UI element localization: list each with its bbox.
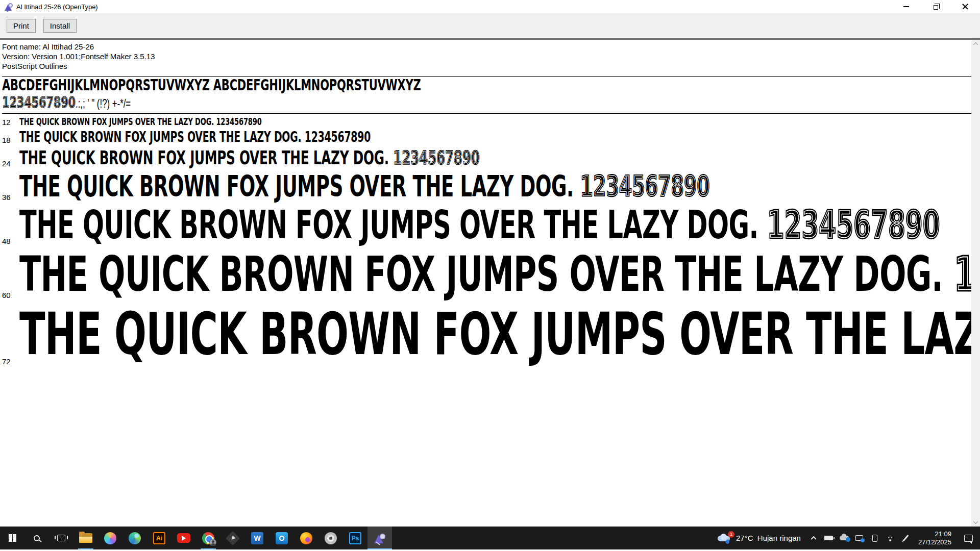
network-tray-button[interactable] xyxy=(883,527,898,549)
outlook-icon: O xyxy=(276,532,288,544)
inkscape-button[interactable] xyxy=(220,527,245,549)
illustrator-icon: Ai xyxy=(153,532,165,544)
phone-icon xyxy=(872,535,877,542)
close-button[interactable] xyxy=(950,0,980,13)
scroll-down-button[interactable] xyxy=(971,518,980,527)
size-label: 18 xyxy=(2,136,19,146)
edge-button[interactable] xyxy=(122,527,147,549)
taskbar-search-button[interactable] xyxy=(24,527,49,549)
notification-icon xyxy=(964,535,973,542)
onedrive-tray-button[interactable] xyxy=(837,527,852,549)
edge-icon xyxy=(129,532,141,544)
show-hidden-icons-button[interactable] xyxy=(806,527,821,549)
firefox-icon xyxy=(300,532,312,544)
task-view-icon xyxy=(57,535,65,541)
clock-date: 27/12/2025 xyxy=(918,538,951,546)
pen-icon xyxy=(902,535,909,541)
start-button[interactable] xyxy=(0,527,24,549)
clock-time: 21:09 xyxy=(935,530,951,538)
font-viewer-taskbar-button[interactable] xyxy=(368,527,392,549)
disc-app-button[interactable] xyxy=(318,527,343,549)
windows-logo-icon xyxy=(9,534,16,542)
preview-row-36: 36 THE QUICK BROWN FOX JUMPS OVER THE LA… xyxy=(2,169,971,203)
divider xyxy=(2,113,971,114)
chevron-up-icon xyxy=(811,536,816,541)
vertical-scrollbar[interactable] xyxy=(971,40,980,527)
size-label: 36 xyxy=(2,193,19,203)
install-button[interactable]: Install xyxy=(43,19,77,33)
search-icon xyxy=(34,535,40,541)
window-controls xyxy=(891,0,980,13)
word-button[interactable]: W xyxy=(245,527,270,549)
youtube-button[interactable] xyxy=(172,527,196,549)
preview-row-48: 48 THE QUICK BROWN FOX JUMPS OVER THE LA… xyxy=(2,203,971,247)
chevron-down-icon xyxy=(973,519,978,524)
size-label: 24 xyxy=(2,159,19,169)
battery-tray-button[interactable] xyxy=(821,527,837,549)
phone-link-tray-button[interactable] xyxy=(867,527,883,549)
font-version-line: Version: Version 1.001;Fontself Maker 3.… xyxy=(2,52,971,61)
title-bar: Al Ittihad 25-26 (OpenType) xyxy=(0,0,980,13)
sample-text: THE QUICK BROWN FOX JUMPS OVER THE LAZY … xyxy=(19,203,940,247)
font-preview-scrollpane: Font name: Al Ittihad 25-26 Version: Ver… xyxy=(0,40,971,527)
font-name-line: Font name: Al Ittihad 25-26 xyxy=(2,42,971,52)
size-label: 60 xyxy=(2,291,19,301)
photoshop-icon: Ps xyxy=(349,532,361,544)
disc-icon xyxy=(325,532,337,544)
toolbar: Print Install xyxy=(0,13,980,40)
font-preview-area: Font name: Al Ittihad 25-26 Version: Ver… xyxy=(0,40,980,527)
sample-text: THE QUICK BROWN FOX JUMPS OVER THE LAZY … xyxy=(19,128,371,146)
running-indicator xyxy=(78,548,93,550)
outlook-button[interactable]: O xyxy=(270,527,294,549)
active-indicator xyxy=(368,548,392,550)
preview-row-18: 18 THE QUICK BROWN FOX JUMPS OVER THE LA… xyxy=(2,128,971,146)
copilot-button[interactable] xyxy=(98,527,122,549)
sample-text: THE QUICK BROWN FOX JUMPS OVER THE LAZY … xyxy=(19,169,709,203)
print-button[interactable]: Print xyxy=(7,19,36,33)
chrome-button[interactable] xyxy=(196,527,220,549)
charset-symbols: .:,; ' " (!?) +-*/= xyxy=(76,96,131,110)
chrome-icon xyxy=(202,532,214,544)
profile-avatar xyxy=(209,539,216,546)
task-view-button[interactable] xyxy=(49,527,74,549)
sample-text: THE QUICK BROWN FOX JUMPS OVER THE LAZY … xyxy=(19,115,262,128)
weather-widget[interactable]: 1 27°C Hujan ringan xyxy=(713,527,806,549)
chevron-up-icon xyxy=(973,42,978,47)
pen-tray-button[interactable] xyxy=(898,527,913,549)
restore-icon xyxy=(934,5,938,10)
notification-badge: 1 xyxy=(728,531,734,538)
photoshop-button[interactable]: Ps xyxy=(343,527,368,549)
font-viewer-app-icon xyxy=(4,3,13,11)
minimize-icon xyxy=(903,6,909,7)
display-cast-tray-button[interactable] xyxy=(852,527,867,549)
restore-button[interactable] xyxy=(921,0,950,13)
preview-row-72: 72 THE QUICK BROWN FOX JUMPS OVER THE LA… xyxy=(2,301,971,367)
file-explorer-button[interactable] xyxy=(74,527,98,549)
clock-widget[interactable]: 21:09 27/12/2025 xyxy=(913,527,957,549)
running-indicator xyxy=(201,548,216,550)
charset-digits-symbols: 1234567890.:,; ' " (!?) +-*/= xyxy=(2,94,971,111)
firefox-button[interactable] xyxy=(294,527,318,549)
youtube-icon xyxy=(177,533,190,543)
weather-rain-icon: 1 xyxy=(718,534,731,543)
sample-text: THE QUICK BROWN FOX JUMPS OVER THE LAZY … xyxy=(19,301,971,367)
sample-text: THE QUICK BROWN FOX JUMPS OVER THE LAZY … xyxy=(19,146,480,169)
charset-digits: 1234567890 xyxy=(2,94,76,111)
sample-text: THE QUICK BROWN FOX JUMPS OVER THE LAZY … xyxy=(19,247,971,301)
window-title: Al Ittihad 25-26 (OpenType) xyxy=(16,3,98,11)
size-label: 48 xyxy=(2,237,19,247)
close-icon xyxy=(962,4,968,10)
charset-letters: ABCDEFGHIJKLMNOPQRSTUVWXYZ ABCDEFGHIJKLM… xyxy=(2,77,971,94)
preview-row-60: 60 THE QUICK BROWN FOX JUMPS OVER THE LA… xyxy=(2,247,971,301)
temperature: 27°C xyxy=(736,534,753,542)
illustrator-button[interactable]: Ai xyxy=(147,527,172,549)
action-center-button[interactable] xyxy=(957,527,980,549)
font-outline-line: PostScript Outlines xyxy=(2,61,971,71)
file-explorer-icon xyxy=(79,533,92,543)
minimize-button[interactable] xyxy=(891,0,921,13)
weather-condition: Hujan ringan xyxy=(757,534,801,542)
scroll-up-button[interactable] xyxy=(971,40,980,48)
font-viewer-icon xyxy=(374,533,385,544)
battery-icon xyxy=(824,536,833,540)
display-cast-icon xyxy=(855,535,863,541)
